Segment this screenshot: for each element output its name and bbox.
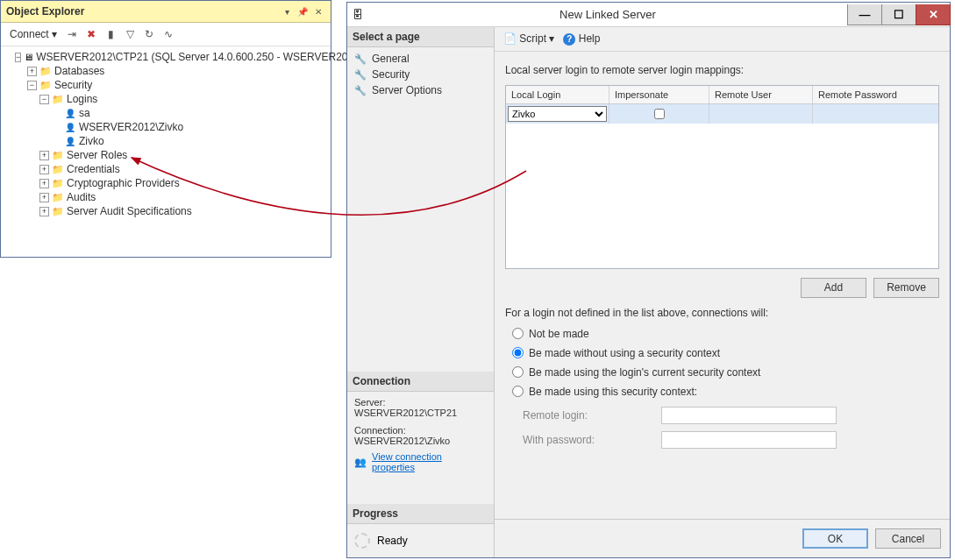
- maximize-button[interactable]: ☐: [881, 4, 916, 25]
- content-toolbar: 📄 Script ▾ ? Help: [495, 27, 950, 52]
- mappings-label: Local server login to remote server logi…: [505, 64, 939, 76]
- dialog-titlebar[interactable]: 🗄 New Linked Server — ☐ ✕: [347, 3, 950, 27]
- close-icon[interactable]: ✕: [311, 4, 325, 18]
- remote-login-input[interactable]: [661, 407, 837, 424]
- sidebar-item-security[interactable]: 🔧 Security: [347, 67, 494, 82]
- dialog-sidebar: Select a page 🔧 General 🔧 Security 🔧 Ser…: [347, 27, 495, 557]
- radio-no-security[interactable]: Be made without using a security context: [512, 347, 939, 359]
- connect-button[interactable]: Connect ▾: [6, 26, 61, 42]
- object-explorer-toolbar: Connect ▾ ⇥ ✖ ▮ ▽ ↻ ∿: [1, 23, 331, 46]
- connection-properties-icon: 👥: [354, 457, 367, 468]
- connection-header: Connection: [347, 372, 494, 392]
- help-icon: ?: [563, 33, 575, 46]
- refresh-icon[interactable]: ↻: [141, 26, 157, 42]
- col-remote-user[interactable]: Remote User: [709, 86, 813, 103]
- expander-icon[interactable]: −: [27, 81, 37, 90]
- object-explorer-titlebar: Object Explorer ▾ 📌 ✕: [1, 1, 331, 23]
- radio-current-context[interactable]: Be made using the login's current securi…: [512, 366, 939, 379]
- wrench-icon: 🔧: [354, 69, 367, 81]
- security-context-credentials: Remote login: With password:: [505, 407, 939, 449]
- with-password-input[interactable]: [661, 431, 837, 449]
- server-icon: 🖥: [24, 51, 33, 63]
- dialog-title: New Linked Server: [368, 8, 847, 21]
- tree-login-wserver[interactable]: WSERVER2012\Zivko: [3, 120, 329, 134]
- col-impersonate[interactable]: Impersonate: [609, 86, 709, 103]
- tree-credentials[interactable]: + 📁 Credentials: [3, 162, 329, 176]
- script-button[interactable]: 📄 Script ▾: [503, 32, 554, 45]
- select-page-header: Select a page: [347, 27, 494, 47]
- connection-mode-group: Not be made Be made without using a secu…: [505, 328, 939, 398]
- user-icon: [64, 107, 76, 119]
- expander-icon[interactable]: +: [39, 179, 49, 188]
- expander-icon[interactable]: −: [39, 95, 49, 104]
- login-mappings-grid: Local Login Impersonate Remote User Remo…: [505, 85, 939, 269]
- radio-this-context[interactable]: Be made using this security context:: [512, 386, 939, 398]
- dialog-app-icon: 🗄: [347, 9, 368, 21]
- connection-label: Connection:: [354, 425, 487, 436]
- dialog-content: 📄 Script ▾ ? Help Local server login to …: [495, 27, 950, 557]
- wrench-icon: 🔧: [354, 85, 367, 96]
- pin-icon[interactable]: 📌: [296, 4, 310, 18]
- server-label: Server:: [354, 397, 487, 408]
- col-local-login[interactable]: Local Login: [506, 86, 609, 103]
- object-explorer-title: Object Explorer: [6, 5, 278, 18]
- progress-spinner-icon: [354, 533, 370, 549]
- expander-icon[interactable]: +: [39, 193, 49, 202]
- close-button[interactable]: ✕: [916, 4, 951, 25]
- progress-status: Ready: [377, 535, 408, 547]
- folder-icon: 📁: [39, 65, 52, 77]
- impersonate-checkbox[interactable]: [654, 109, 665, 119]
- remote-login-label: Remote login:: [523, 409, 654, 422]
- cancel-button[interactable]: Cancel: [875, 528, 941, 549]
- expander-icon[interactable]: +: [27, 67, 37, 76]
- tree-security-node[interactable]: − 📁 Security: [3, 78, 329, 92]
- server-value: WSERVER2012\CTP21: [354, 408, 487, 418]
- local-login-select[interactable]: Zivko: [508, 106, 607, 122]
- new-linked-server-dialog: 🗄 New Linked Server — ☐ ✕ Select a page …: [346, 2, 951, 558]
- disconnect-icon[interactable]: ⇥: [64, 26, 80, 42]
- tree-databases-node[interactable]: + 📁 Databases: [3, 64, 329, 78]
- with-password-label: With password:: [523, 434, 654, 446]
- dropdown-icon[interactable]: ▾: [280, 4, 294, 18]
- tree-login-zivko[interactable]: Zivko: [3, 134, 329, 148]
- folder-icon: 📁: [52, 177, 64, 189]
- user-icon: [64, 121, 76, 133]
- object-explorer-panel: Object Explorer ▾ 📌 ✕ Connect ▾ ⇥ ✖ ▮ ▽ …: [0, 0, 331, 258]
- remove-button[interactable]: Remove: [873, 278, 939, 298]
- expander-icon[interactable]: +: [39, 165, 49, 174]
- help-button[interactable]: ? Help: [563, 32, 600, 46]
- not-defined-label: For a login not defined in the list abov…: [505, 307, 939, 319]
- stop-icon[interactable]: ✖: [83, 26, 99, 42]
- object-explorer-tree: − 🖥 WSERVER2012\CTP21 (SQL Server 14.0.6…: [1, 46, 331, 222]
- tree-logins-node[interactable]: − 📁 Logins: [3, 92, 329, 106]
- sidebar-item-server-options[interactable]: 🔧 Server Options: [347, 82, 494, 98]
- col-remote-password[interactable]: Remote Password: [813, 86, 938, 103]
- sidebar-item-general[interactable]: 🔧 General: [347, 51, 494, 67]
- minimize-button[interactable]: —: [847, 4, 882, 25]
- view-connection-properties-link[interactable]: View connection properties: [372, 451, 487, 472]
- pause-icon[interactable]: ▮: [103, 26, 118, 42]
- tree-audits[interactable]: + 📁 Audits: [3, 190, 329, 204]
- filter-icon[interactable]: ▽: [122, 26, 138, 42]
- add-button[interactable]: Add: [801, 278, 866, 298]
- mapping-row[interactable]: Zivko: [506, 104, 938, 124]
- folder-icon: 📁: [52, 191, 64, 203]
- tree-crypto-providers[interactable]: + 📁 Cryptographic Providers: [3, 176, 329, 190]
- progress-header: Progress: [347, 504, 494, 524]
- radio-not-made[interactable]: Not be made: [512, 328, 939, 340]
- folder-icon: 📁: [52, 163, 64, 175]
- tree-server-roles[interactable]: + 📁 Server Roles: [3, 148, 329, 162]
- folder-icon: 📁: [52, 149, 64, 161]
- tree-server-node[interactable]: − 🖥 WSERVER2012\CTP21 (SQL Server 14.0.6…: [3, 50, 329, 64]
- ok-button[interactable]: OK: [802, 528, 868, 549]
- wrench-icon: 🔧: [354, 53, 367, 65]
- expander-icon[interactable]: +: [39, 207, 49, 216]
- expander-icon[interactable]: +: [39, 151, 49, 160]
- folder-icon: 📁: [52, 205, 64, 217]
- tree-login-sa[interactable]: sa: [3, 106, 329, 120]
- activity-icon[interactable]: ∿: [160, 26, 176, 42]
- expander-icon[interactable]: −: [15, 53, 21, 62]
- remote-user-cell[interactable]: [709, 104, 813, 124]
- tree-audit-specs[interactable]: + 📁 Server Audit Specifications: [3, 204, 329, 218]
- remote-password-cell[interactable]: [813, 104, 938, 124]
